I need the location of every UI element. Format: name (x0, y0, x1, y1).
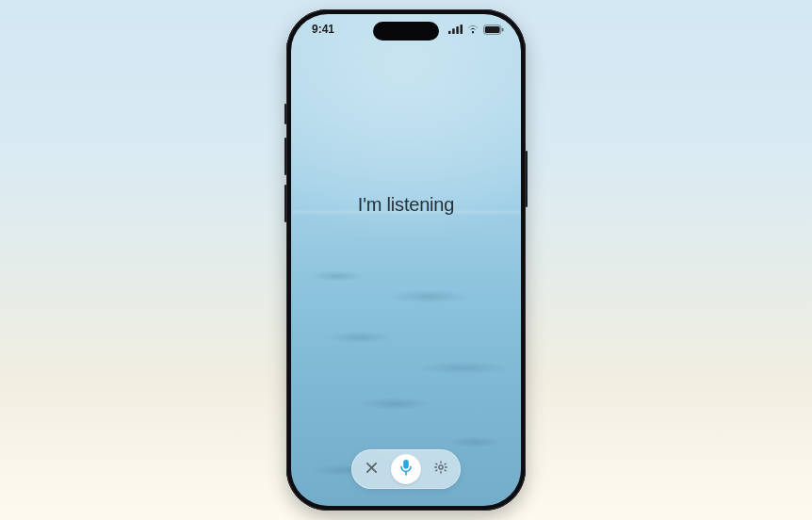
close-icon (365, 461, 378, 478)
svg-rect-6 (502, 27, 504, 31)
phone-screen: 9:41 I'm listening (291, 14, 521, 506)
svg-point-8 (439, 465, 443, 469)
svg-rect-7 (403, 460, 409, 469)
svg-rect-2 (456, 26, 459, 34)
gear-icon (433, 460, 448, 479)
cellular-signal-icon (448, 24, 463, 34)
phone-side-button (526, 151, 528, 207)
voice-control-bar (351, 449, 461, 489)
water-background (291, 14, 521, 506)
close-button[interactable] (361, 459, 382, 479)
phone-frame: 9:41 I'm listening (286, 9, 526, 511)
listening-prompt: I'm listening (291, 194, 521, 216)
wifi-icon (466, 24, 479, 34)
phone-side-button (284, 104, 286, 124)
microphone-icon (399, 459, 413, 479)
status-icons (448, 24, 504, 35)
svg-rect-3 (461, 24, 463, 34)
status-bar: 9:41 (291, 14, 521, 44)
microphone-button[interactable] (391, 454, 421, 484)
status-time: 9:41 (312, 23, 334, 36)
settings-button[interactable] (430, 459, 451, 479)
svg-rect-5 (485, 25, 500, 32)
svg-rect-0 (448, 31, 451, 34)
battery-icon (483, 24, 504, 35)
phone-side-button (284, 185, 286, 222)
phone-side-button (284, 138, 286, 175)
svg-rect-1 (452, 28, 455, 34)
